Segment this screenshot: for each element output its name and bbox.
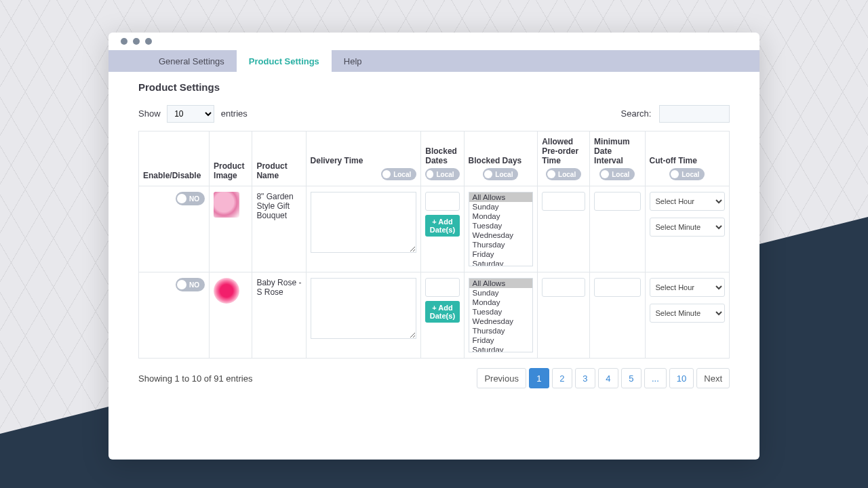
day-option[interactable]: Monday [469,298,533,307]
col-preorder-time: Allowed Pre-order Time Local [538,131,590,186]
show-label-before: Show [138,108,161,119]
day-option[interactable]: Thursday [469,240,533,249]
entries-info: Showing 1 to 10 of 91 entries [138,373,252,384]
window-titlebar [108,33,760,50]
day-option[interactable]: Wednesday [469,230,533,240]
col-cutoff-time: Cut-off Time Local [645,131,729,186]
pagination-page-1[interactable]: 1 [529,368,549,388]
preorder-time-input[interactable] [542,192,585,211]
add-dates-button[interactable]: + Add Date(s) [425,215,459,237]
search-input[interactable] [659,105,730,123]
window-dot-icon [121,38,127,45]
col-blocked-days: Blocked Days Local [464,131,538,186]
col-min-interval-label: Minimum Date Interval [594,137,640,165]
tab-general-settings[interactable]: General Settings [146,50,237,72]
day-option[interactable]: Monday [469,211,533,221]
pagination-next[interactable]: Next [696,368,730,388]
products-table: Enable/Disable Product Image Product Nam… [138,131,730,359]
enable-toggle[interactable]: NO [176,278,205,291]
search-label: Search: [621,108,652,119]
entries-select[interactable]: 10 [167,105,214,123]
show-label-after: entries [221,108,248,119]
page-title: Product Settings [138,81,730,93]
pagination-page-5[interactable]: 5 [621,368,642,388]
local-badge[interactable]: Local [546,168,581,180]
col-enable-disable: Enable/Disable [139,131,210,186]
day-option[interactable]: All Allows [469,279,533,288]
col-product-name: Product Name [252,131,306,186]
min-interval-input[interactable] [594,192,640,211]
pagination-page-2[interactable]: 2 [552,368,572,388]
col-product-image: Product Image [210,131,252,186]
window-dot-icon [133,38,140,45]
col-cutoff-label: Cut-off Time [650,156,725,165]
search-control: Search: [621,105,730,123]
day-option[interactable]: All Allows [469,192,533,202]
col-delivery-label: Delivery Time [311,156,417,165]
pagination-page-4[interactable]: 4 [598,368,618,388]
cutoff-hour-select[interactable]: Select Hour [650,278,725,297]
day-option[interactable]: Tuesday [469,307,533,317]
pagination-ellipsis[interactable]: ... [644,368,667,388]
app-window: General Settings Product Settings Help P… [108,33,760,460]
tab-bar: General Settings Product Settings Help [108,50,760,72]
delivery-time-input[interactable] [311,192,417,253]
blocked-dates-input[interactable] [425,192,459,211]
cutoff-minute-select[interactable]: Select Minute [650,304,725,323]
pagination-page-3[interactable]: 3 [575,368,595,388]
day-option[interactable]: Saturday [469,345,533,352]
tab-product-settings[interactable]: Product Settings [237,50,332,72]
local-badge[interactable]: Local [381,168,416,180]
day-option[interactable]: Friday [469,336,533,345]
table-controls: Show 10 entries Search: [138,105,730,123]
day-option[interactable]: Saturday [469,259,533,266]
cutoff-hour-select[interactable]: Select Hour [650,192,725,211]
content-area: Product Settings Show 10 entries Search: [108,72,760,460]
window-dot-icon [145,38,152,45]
day-option[interactable]: Tuesday [469,221,533,230]
col-blocked-dates-label: Blocked Dates [425,146,459,165]
product-name-cell: Baby Rose - S Rose [252,272,306,359]
col-delivery-time: Delivery Time Local [306,131,421,186]
day-option[interactable]: Thursday [469,326,533,336]
local-badge[interactable]: Local [669,168,705,180]
col-min-interval: Minimum Date Interval Local [590,131,645,186]
col-blocked-dates: Blocked Dates Local [421,131,464,186]
day-option[interactable]: Wednesday [469,317,533,326]
table-row: NO8" Garden Style Gift Bouquet+ Add Date… [139,186,730,272]
table-row: NOBaby Rose - S Rose+ Add Date(s)All All… [139,272,730,359]
add-dates-button[interactable]: + Add Date(s) [425,301,459,323]
blocked-days-list[interactable]: All AllowsSundayMondayTuesdayWednesdayTh… [469,192,534,266]
col-blocked-days-label: Blocked Days [469,156,534,165]
blocked-dates-input[interactable] [425,278,459,297]
enable-toggle[interactable]: NO [176,192,205,205]
tab-help[interactable]: Help [332,50,374,72]
day-option[interactable]: Sunday [469,202,533,211]
delivery-time-input[interactable] [311,278,417,339]
pagination-page-10[interactable]: 10 [669,368,694,388]
day-option[interactable]: Friday [469,249,533,259]
table-footer: Showing 1 to 10 of 91 entries Previous12… [138,368,730,388]
pagination: Previous12345...10Next [477,368,730,388]
product-thumbnail [214,192,239,218]
local-badge[interactable]: Local [599,168,635,180]
min-interval-input[interactable] [594,278,640,297]
product-thumbnail [214,278,239,304]
col-preorder-label: Allowed Pre-order Time [542,137,585,165]
local-badge[interactable]: Local [425,168,459,180]
entries-control: Show 10 entries [138,105,248,123]
cutoff-minute-select[interactable]: Select Minute [650,218,725,237]
preorder-time-input[interactable] [542,278,585,297]
tab-spacer [108,50,146,72]
product-name-cell: 8" Garden Style Gift Bouquet [252,186,306,272]
local-badge[interactable]: Local [483,168,518,180]
blocked-days-list[interactable]: All AllowsSundayMondayTuesdayWednesdayTh… [469,278,534,352]
day-option[interactable]: Sunday [469,288,533,298]
table-header-row: Enable/Disable Product Image Product Nam… [139,131,730,186]
pagination-prev[interactable]: Previous [477,368,526,388]
